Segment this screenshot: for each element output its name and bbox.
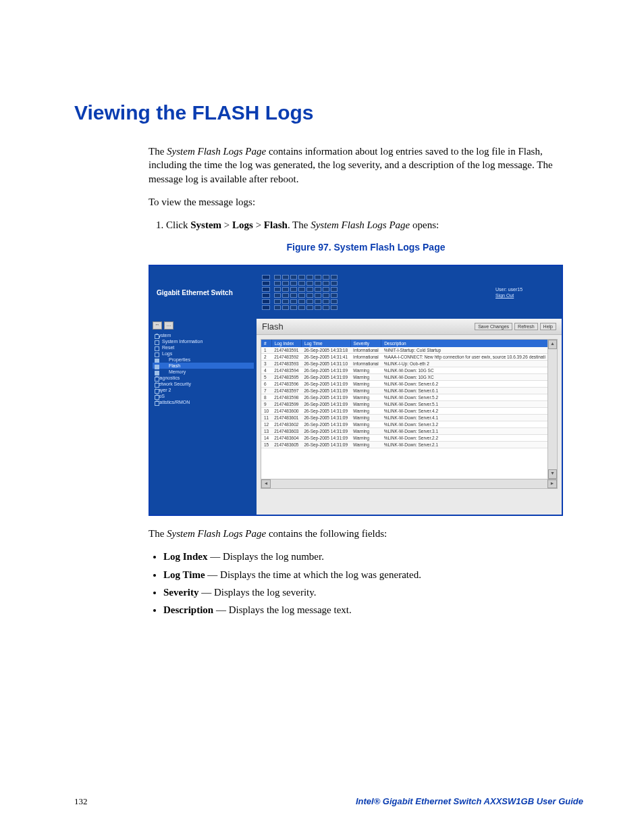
nav-item-label[interactable]: Memory (169, 369, 186, 374)
text: The (149, 146, 167, 157)
cell-idx: 2147483592 (271, 354, 301, 361)
rack-modules (274, 275, 338, 310)
table-row[interactable]: 12214748360226-Sep-2005 14:31:09Warning%… (261, 421, 548, 428)
nav-item-system-information[interactable]: System Information (153, 338, 254, 344)
vertical-scrollbar[interactable]: ▲ ▼ (547, 340, 557, 479)
table-row[interactable]: 3214748359326-Sep-2005 14:31:10Informati… (261, 361, 548, 367)
cell-n: 15 (261, 442, 271, 448)
user-box: User: user15 Sign Out (495, 266, 562, 319)
nav-item-label[interactable]: QoS (155, 394, 165, 398)
cell-time: 26-Sep-2005 14:31:09 (301, 381, 350, 388)
footer-guide-title: Intel® Gigabit Ethernet Switch AXXSW1GB … (356, 796, 583, 807)
cell-idx: 2147483603 (271, 428, 301, 435)
embedded-screenshot: Gigabit Ethernet Switch User: user15 Sig… (149, 265, 563, 516)
nav-item-label[interactable]: Network Security (155, 382, 191, 386)
table-row[interactable]: 14214748360426-Sep-2005 14:31:09Warning%… (261, 435, 548, 442)
cell-desc: %INIT-I-Startup: Cold Startup (381, 347, 548, 354)
step-1: Click System > Logs > Flash. The System … (166, 218, 583, 232)
nav-item-properties[interactable]: Properties (153, 357, 254, 363)
cell-idx: 2147483598 (271, 394, 301, 401)
col-description[interactable]: Description (381, 340, 548, 347)
refresh-button[interactable]: Refresh (514, 323, 538, 330)
scroll-left-icon[interactable]: ◄ (261, 479, 271, 488)
screenshot-header: Gigabit Ethernet Switch User: user15 Sig… (150, 266, 562, 319)
tree-collapse-all-button[interactable]: … (164, 321, 173, 330)
nav-item-label[interactable]: System Information (162, 339, 203, 344)
table-row[interactable]: 2214748359226-Sep-2005 14:31:41Informati… (261, 354, 548, 361)
field-item: Log Index — Displays the log number. (163, 550, 583, 563)
table-row[interactable]: 7214748359726-Sep-2005 14:31:09Warning%L… (261, 388, 548, 394)
cell-desc: %LINK-I-Up: Oob-eth 2 (381, 361, 548, 367)
text: . The (288, 219, 311, 230)
scroll-down-icon[interactable]: ▼ (548, 469, 557, 479)
body-text: The System Flash Logs Page contains info… (149, 145, 583, 254)
col-severity[interactable]: Severity (350, 340, 381, 347)
cell-desc: %LINK-W-Down: Server.3.2 (381, 421, 548, 428)
cell-n: 7 (261, 388, 271, 394)
cell-time: 26-Sep-2005 14:31:09 (301, 415, 350, 421)
cell-n: 9 (261, 401, 271, 408)
field-item: Description — Displays the log message t… (163, 603, 583, 617)
nav-item-diagnostics[interactable]: Diagnostics (153, 375, 254, 381)
post-figure-text: The System Flash Logs Page contains the … (149, 527, 583, 617)
cell-idx: 2147483601 (271, 415, 301, 421)
cell-sev: Warning (350, 435, 381, 442)
table-row[interactable]: 15214748360526-Sep-2005 14:31:09Warning%… (261, 442, 548, 448)
table-row[interactable]: 5214748359526-Sep-2005 14:31:09Warning%L… (261, 374, 548, 381)
nav-item-label[interactable]: Flash (169, 363, 180, 368)
col-log-time[interactable]: Log Time (301, 340, 350, 347)
nav-item-reset[interactable]: Reset (153, 344, 254, 350)
nav-item-label[interactable]: Diagnostics (155, 375, 180, 380)
tree-expand-all-button[interactable]: ↔ (153, 321, 162, 330)
log-table: # Log Index Log Time Severity Descriptio… (261, 340, 548, 448)
cell-n: 13 (261, 428, 271, 435)
nav-item-system[interactable]: System (153, 332, 254, 338)
nav-item-label[interactable]: Properties (169, 357, 190, 362)
field-term: Log Index (163, 551, 207, 562)
cell-n: 5 (261, 374, 271, 381)
page-number: 132 (74, 796, 88, 807)
col-log-index[interactable]: Log Index (271, 340, 301, 347)
table-row[interactable]: 4214748359426-Sep-2005 14:31:09Warning%L… (261, 367, 548, 374)
cell-sev: Warning (350, 388, 381, 394)
cell-sev: Warning (350, 421, 381, 428)
nav-item-flash[interactable]: Flash (153, 363, 254, 369)
nav-item-logs[interactable]: Logs (153, 350, 254, 357)
sign-out-link[interactable]: Sign Out (495, 293, 514, 298)
scroll-up-icon[interactable]: ▲ (548, 340, 557, 349)
cell-n: 8 (261, 394, 271, 401)
cell-desc: %LINK-W-Down: Server.6.1 (381, 388, 548, 394)
nav-item-label[interactable]: Layer 2 (155, 388, 171, 392)
nav-item-label[interactable]: System (155, 333, 171, 338)
field-desc: — Displays the time at which the log was… (205, 569, 421, 580)
field-item: Severity — Displays the log severity. (163, 585, 583, 599)
nav-item-qos[interactable]: QoS (153, 393, 254, 399)
table-row[interactable]: 1214748359126-Sep-2005 14:33:18Informati… (261, 347, 548, 354)
nav-item-label[interactable]: Reset (162, 345, 174, 350)
field-desc: — Displays the log message text. (213, 604, 352, 615)
nav-item-layer-2[interactable]: Layer 2 (153, 387, 254, 393)
nav-item-statistics-rmon[interactable]: Statistics/RMON (153, 399, 254, 405)
nav-item-network-security[interactable]: Network Security (153, 381, 254, 387)
cell-desc: %LINK-W-Down: Server.2.1 (381, 442, 548, 448)
cell-sev: Warning (350, 442, 381, 448)
cell-idx: 2147483605 (271, 442, 301, 448)
nav-item-memory[interactable]: Memory (153, 369, 254, 375)
col-num[interactable]: # (261, 340, 271, 347)
horizontal-scrollbar[interactable]: ◄ ► (261, 479, 557, 488)
table-row[interactable]: 8214748359826-Sep-2005 14:31:09Warning%L… (261, 394, 548, 401)
help-button[interactable]: Help (540, 323, 556, 330)
nav-item-label[interactable]: Statistics/RMON (155, 400, 190, 405)
scroll-right-icon[interactable]: ► (547, 479, 557, 488)
table-row[interactable]: 10214748360026-Sep-2005 14:31:09Warning%… (261, 408, 548, 415)
table-row[interactable]: 9214748359926-Sep-2005 14:31:09Warning%L… (261, 401, 548, 408)
field-desc: — Displays the log severity. (198, 587, 316, 598)
table-row[interactable]: 11214748360126-Sep-2005 14:31:09Warning%… (261, 415, 548, 421)
save-changes-button[interactable]: Save Changes (475, 323, 512, 330)
content-title: Flash (262, 321, 284, 332)
nav-item-label[interactable]: Logs (162, 351, 172, 356)
menu-path-flash: Flash (264, 219, 288, 230)
cell-desc: %LINK-W-Down: Server.5.1 (381, 401, 548, 408)
table-row[interactable]: 6214748359626-Sep-2005 14:31:09Warning%L… (261, 381, 548, 388)
table-row[interactable]: 13214748360326-Sep-2005 14:31:09Warning%… (261, 428, 548, 435)
